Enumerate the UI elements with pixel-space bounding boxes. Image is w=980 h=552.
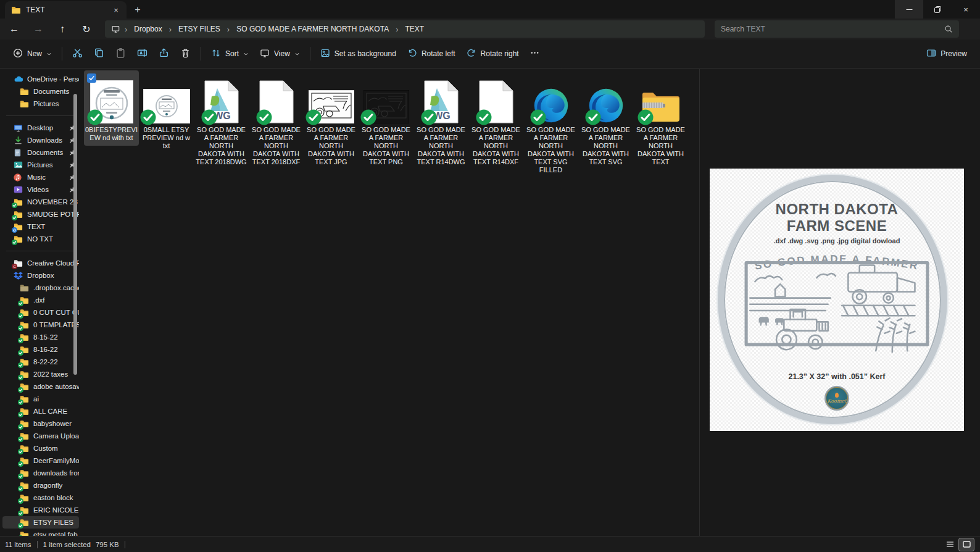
ellipsis-icon [530,48,539,59]
new-button[interactable]: New [7,44,57,64]
sidebar-item-downloads-from[interactable]: downloads from [2,467,79,479]
file-thumbnail [259,73,294,123]
sidebar-item-november-23[interactable]: NOVEMBER 23 [2,196,79,208]
sidebar-item-creative-cloud-fi[interactable]: CCreative Cloud Fi [2,257,79,269]
sidebar-item-text[interactable]: TEXT [2,220,79,233]
sidebar-item-dropbox-cache[interactable]: .dropbox.cache [2,282,79,294]
thumbnail-view-button[interactable] [959,538,974,551]
sidebar-item-label: Videos [27,186,65,193]
sidebar-item-dragonfly[interactable]: dragonfly [2,479,79,491]
close-button[interactable]: × [952,0,980,19]
sidebar-item-smudge-pot-pai[interactable]: SMUDGE POT PAI [2,208,79,220]
sidebar-item-camera-upload[interactable]: Camera Upload [2,430,79,442]
sidebar-item-documents[interactable]: Documents [2,85,79,98]
sidebar-item-label: adobe autosave [33,383,79,390]
file-item[interactable]: SO GOD MADE A FARMER NORTH DAKOTA WITH T… [468,70,523,170]
tab-close-icon[interactable]: × [110,4,122,15]
dropbox-icon [14,272,23,280]
sidebar-item-8-16-22[interactable]: 8-16-22 [2,343,79,356]
sidebar-item-ai[interactable]: ai [2,393,79,405]
file-item[interactable]: SO GOD MADE A FARMER NORTH DAKOTA WITH T… [633,70,688,170]
breadcrumb-chevron-icon: › [224,25,233,34]
sidebar-item-label: Pictures [33,100,79,107]
more-options-button[interactable] [525,44,545,63]
sidebar-item-eric-nicole-ni[interactable]: ERIC NICOLE NI [2,504,79,516]
explorer-tab[interactable]: TEXT × [5,1,127,19]
artwork-title: NORTH DAKOTA FARM SCENE [710,201,964,234]
file-item[interactable]: 0BIFESTYPREVIEW nd with txt [84,70,139,146]
file-item[interactable]: SO GOD MADE A FARMER NORTH DAKOTA WITH T… [249,70,304,170]
preview-toggle-button[interactable]: Preview [921,44,973,64]
plus-circle-icon [13,48,23,60]
brand-logo: Koomet [824,386,849,411]
view-button[interactable]: View [254,44,305,64]
file-thumbnail [588,73,624,123]
rename-button[interactable] [131,44,153,64]
sidebar-item-etsy-files[interactable]: ETSY FILES [2,516,79,529]
chevron-down-icon [294,51,300,57]
sidebar-item-downloads[interactable]: Downloads [2,134,79,146]
share-button[interactable] [153,44,175,64]
search-box[interactable] [715,20,959,38]
sidebar-item-no-txt[interactable]: NO TXT [2,233,79,245]
cut-button[interactable] [67,44,88,64]
up-button[interactable]: ↑ [52,20,72,38]
sidebar-item-onedrive-perso[interactable]: OneDrive - Perso [2,73,79,85]
forward-button[interactable]: → [28,20,48,38]
breadcrumb-segment[interactable]: TEXT [401,23,428,35]
file-item[interactable]: SO GOD MADE A FARMER NORTH DAKOTA WITH T… [359,70,413,170]
breadcrumb-segment[interactable]: SO GOD MADE A FARMER NORTH DAKOTA [233,23,392,35]
sidebar-item-dropbox[interactable]: Dropbox [2,269,79,282]
selected-checkbox[interactable] [87,73,96,83]
rotate-right-button[interactable]: Rotate right [461,44,525,64]
file-item[interactable]: WGSO GOD MADE A FARMER NORTH DAKOTA WITH… [413,70,468,170]
paste-button[interactable] [110,44,131,64]
sidebar-item-label: etsy metal fab [33,531,79,536]
rotate-left-button[interactable]: Rotate left [402,44,461,64]
breadcrumb-bar[interactable]: ›Dropbox›ETSY FILES›SO GOD MADE A FARMER… [105,20,705,38]
delete-button[interactable] [175,44,196,64]
details-view-button[interactable] [942,538,957,551]
sidebar-item-deerfamilymou[interactable]: DeerFamilyMou [2,454,79,467]
sidebar-item-pictures[interactable]: Pictures [2,98,79,110]
new-tab-button[interactable]: + [131,3,144,17]
sidebar-item-etsy-metal-fab[interactable]: etsy metal fab [2,529,79,536]
sidebar-item-0-cut-cut-cut[interactable]: 0 CUT CUT CUT [2,306,79,319]
sidebar-item-documents[interactable]: Documents [2,146,79,159]
sidebar-item-all-care[interactable]: ALL CARE [2,405,79,417]
sidebar-item-babyshower[interactable]: babyshower [2,417,79,430]
sidebar-item-label: ai [33,395,79,403]
breadcrumb-segment[interactable]: Dropbox [130,23,165,35]
svg-text:C: C [13,264,15,268]
breadcrumb-segment[interactable]: ETSY FILES [175,23,224,35]
sidebar-item-custom[interactable]: Custom [2,442,79,454]
back-button[interactable]: ← [4,20,24,38]
folder-plain-icon [20,284,29,292]
set-as-background-button[interactable]: Set as background [315,44,402,64]
sidebar-scrollbar[interactable] [73,94,77,375]
sidebar-item-2022-taxes[interactable]: 2022 taxes [2,368,79,380]
search-input[interactable] [721,25,944,33]
status-bar: 11 items 1 item selected 795 KB [0,536,980,552]
sidebar-item-music[interactable]: Music [2,171,79,183]
sidebar-item-8-22-22[interactable]: 8-22-22 [2,356,79,368]
sidebar-item-desktop[interactable]: Desktop [2,122,79,134]
refresh-button[interactable]: ↻ [77,20,96,38]
sort-button[interactable]: Sort [206,44,254,64]
file-item[interactable]: SO GOD MADE A FARMER NORTH DAKOTA WITH T… [523,70,578,178]
sidebar-item-adobe-autosave[interactable]: adobe autosave [2,380,79,393]
sidebar-item-0-templates[interactable]: 0 TEMPLATES [2,319,79,331]
minimize-button[interactable] [895,0,923,19]
folder-check-icon [20,482,29,490]
sidebar-item-easton-block[interactable]: easton block [2,491,79,504]
restore-button[interactable] [923,0,952,19]
sidebar-item-8-15-22[interactable]: 8-15-22 [2,331,79,343]
file-item[interactable]: WGSO GOD MADE A FARMER NORTH DAKOTA WITH… [194,70,249,170]
sidebar-item-pictures[interactable]: Pictures [2,159,79,171]
sidebar-item-videos[interactable]: Videos [2,183,79,196]
copy-button[interactable] [88,44,110,64]
sidebar-item-dxf[interactable]: .dxf [2,294,79,306]
file-item[interactable]: SO GOD MADE A FARMER NORTH DAKOTA WITH T… [578,70,633,170]
file-item[interactable]: SO GOD MADE A FARMER NORTH DAKOTA WITH T… [304,70,359,170]
file-item[interactable]: 0SMALL ETSY PREVIEW nd w txt [139,70,194,154]
